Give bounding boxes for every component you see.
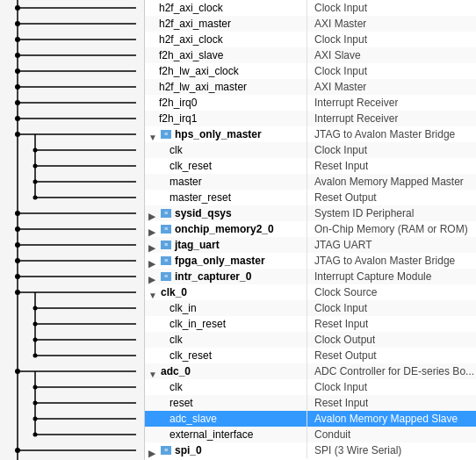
table-row[interactable]: f2h_axi_slave AXI Slave [145, 47, 476, 63]
expand-icon[interactable]: ▶ [148, 209, 157, 218]
name-cell: clk_reset [145, 348, 307, 363]
table-row[interactable]: clk Clock Input [145, 379, 476, 395]
type-cell: Clock Input [307, 0, 367, 16]
tree-panel [0, 0, 145, 460]
svg-point-50 [15, 369, 20, 374]
type-cell: Clock Input [307, 142, 367, 158]
name-cell: clk_in [145, 300, 307, 316]
expand-icon[interactable]: ▶ [148, 446, 157, 455]
content-panel: h2f_axi_clock Clock Input h2f_axi_master… [145, 0, 476, 460]
module-icon: ≡ [161, 272, 171, 281]
table-row[interactable]: h2f_lw_axi_master AXI Master [145, 79, 476, 95]
svg-point-35 [15, 258, 20, 263]
svg-point-4 [15, 21, 20, 26]
name-label: sysid_qsys [175, 205, 232, 221]
name-cell: ▶ ≡ fpga_only_master [145, 253, 307, 269]
name-cell: ▶ ≡ spi_0 [145, 442, 307, 458]
table-row[interactable]: f2h_lw_axi_clock Clock Input [145, 63, 476, 79]
table-row[interactable]: ▶ ≡ sysid_qsys System ID Peripheral [145, 205, 476, 221]
name-cell: h2f_axi_clock [145, 0, 307, 16]
table-row[interactable]: ▶ ≡ jtag_uart JTAG UART [145, 237, 476, 253]
type-cell: System ID Peripheral [307, 205, 414, 221]
table-row[interactable]: ▶ ≡ fpga_only_master JTAG to Avalon Mast… [145, 253, 476, 269]
svg-point-14 [15, 100, 20, 105]
name-label: clk_reset [169, 348, 212, 363]
main-container: h2f_axi_clock Clock Input h2f_axi_master… [0, 0, 476, 460]
table-row[interactable]: ▼ clk_0 Clock Source [145, 284, 476, 300]
name-cell: adc_slave [145, 411, 307, 427]
name-cell: ▶ ≡ intr_capturer_0 [145, 269, 307, 284]
name-label: f2h_irq0 [159, 95, 197, 111]
table-row[interactable]: external_interface Conduit [145, 427, 476, 442]
type-cell: Interrupt Capture Module [307, 269, 431, 284]
table-row[interactable]: f2h_irq1 Interrupt Receiver [145, 111, 476, 126]
table-row[interactable]: f2h_irq0 Interrupt Receiver [145, 95, 476, 111]
expand-icon[interactable]: ▶ [148, 272, 157, 281]
name-label: h2f_axi_master [159, 16, 231, 32]
expand-icon[interactable]: ▶ [148, 256, 157, 265]
table-row[interactable]: master Avalon Memory Mapped Master [145, 174, 476, 190]
name-label: f2h_axi_slave [159, 47, 223, 63]
svg-point-12 [15, 84, 20, 90]
name-label: h2f_axi_clock [159, 0, 223, 16]
collapse-icon[interactable]: ▼ [148, 130, 157, 139]
type-cell: JTAG UART [307, 237, 372, 253]
table-row[interactable]: ▶ ≡ intr_capturer_0 Interrupt Capture Mo… [145, 269, 476, 284]
table-row[interactable]: ▼ adc_0 ADC Controller for DE-series Bo.… [145, 363, 476, 379]
name-label: onchip_memory2_0 [175, 221, 274, 237]
table-row[interactable]: clk Clock Input [145, 142, 476, 158]
table-row[interactable]: reset Reset Input [145, 395, 476, 411]
collapse-icon[interactable]: ▼ [148, 288, 157, 297]
table-row-selected[interactable]: adc_slave Avalon Memory Mapped Slave [145, 411, 476, 427]
name-cell: clk [145, 142, 307, 158]
svg-point-55 [33, 401, 38, 406]
table-row[interactable]: h2f_axi_clock Clock Input [145, 0, 476, 16]
name-cell: clk [145, 332, 307, 348]
svg-point-21 [33, 148, 38, 153]
type-cell: SPI (3 Wire Serial) [307, 442, 401, 458]
table-row[interactable]: clk Clock Output [145, 332, 476, 348]
svg-point-6 [15, 37, 20, 42]
svg-point-25 [33, 180, 38, 184]
expand-icon[interactable]: ▶ [148, 241, 157, 249]
type-cell: Reset Input [307, 316, 368, 332]
table-row[interactable]: ▶ ≡ onchip_memory2_0 On-Chip Memory (RAM… [145, 221, 476, 237]
type-cell: Avalon Memory Mapped Master [307, 174, 464, 190]
svg-point-42 [33, 306, 38, 311]
type-cell: Reset Input [307, 158, 368, 174]
svg-point-46 [33, 338, 38, 342]
name-label: f2h_irq1 [159, 111, 197, 126]
name-cell: master [145, 174, 307, 190]
svg-point-44 [33, 322, 38, 327]
table-row[interactable]: clk_reset Reset Output [145, 348, 476, 363]
name-label: h2f_axi_clock [159, 32, 223, 47]
table-row[interactable]: ▼ ≡ hps_only_master JTAG to Avalon Maste… [145, 126, 476, 142]
table-row[interactable]: h2f_axi_master AXI Master [145, 16, 476, 32]
table-row[interactable]: clk_in Clock Input [145, 300, 476, 316]
svg-point-57 [33, 417, 38, 421]
name-label: fpga_only_master [175, 253, 265, 269]
table-row[interactable]: master_reset Reset Output [145, 190, 476, 205]
type-cell: Clock Input [307, 300, 367, 316]
table-row[interactable]: h2f_axi_clock Clock Input [145, 32, 476, 47]
expand-icon[interactable]: ▶ [148, 225, 157, 234]
collapse-icon[interactable]: ▼ [148, 367, 157, 376]
type-cell: Conduit [307, 427, 350, 442]
type-cell: Reset Input [307, 395, 368, 411]
module-icon: ≡ [161, 130, 171, 139]
table-row[interactable]: clk_reset Reset Input [145, 158, 476, 174]
type-cell: AXI Slave [307, 47, 361, 63]
name-label: clk_0 [161, 284, 187, 300]
table-row[interactable]: ▶ ≡ spi_0 SPI (3 Wire Serial) [145, 442, 476, 458]
svg-point-16 [15, 116, 20, 121]
type-cell: Reset Output [307, 190, 377, 205]
module-icon: ≡ [161, 256, 171, 265]
table-row[interactable]: clk_in_reset Reset Input [145, 316, 476, 332]
type-cell: JTAG to Avalon Master Bridge [307, 126, 455, 142]
name-label: clk_in [169, 300, 197, 316]
svg-point-33 [15, 242, 20, 248]
name-cell: f2h_lw_axi_clock [145, 63, 307, 79]
svg-point-27 [33, 196, 38, 200]
svg-point-31 [15, 226, 20, 232]
name-cell: external_interface [145, 427, 307, 442]
